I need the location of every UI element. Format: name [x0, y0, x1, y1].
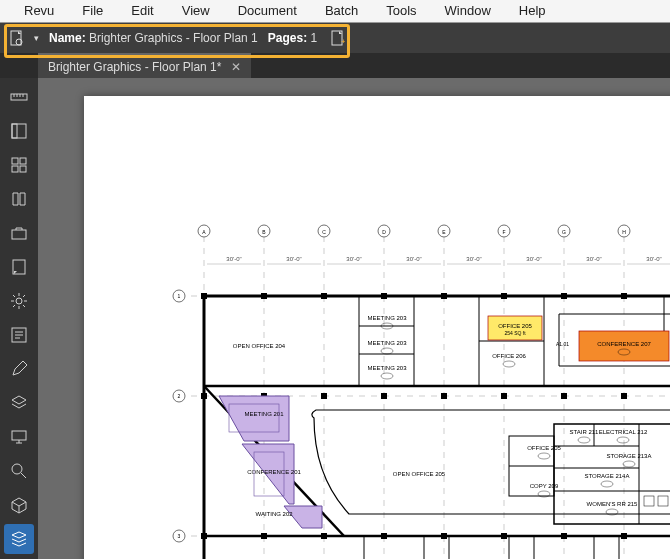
svg-rect-78 [261, 533, 267, 539]
ruler-icon[interactable] [4, 82, 34, 112]
svg-rect-84 [381, 293, 387, 299]
svg-text:+: + [341, 37, 345, 46]
svg-rect-15 [12, 431, 26, 440]
svg-text:MEETING 203: MEETING 203 [367, 315, 407, 321]
layers-icon[interactable] [4, 388, 34, 418]
svg-rect-8 [20, 158, 26, 164]
svg-point-177 [623, 461, 635, 467]
svg-text:30'-0": 30'-0" [406, 256, 421, 262]
svg-text:OPEN OFFICE 204: OPEN OFFICE 204 [233, 343, 286, 349]
tabbar: Brighter Graphics - Floor Plan 1* ✕ [0, 53, 670, 79]
pages-value: 1 [310, 31, 317, 45]
svg-rect-81 [321, 393, 327, 399]
name-label: Name: Brighter Graphics - Floor Plan 1 P… [49, 31, 317, 45]
svg-rect-102 [621, 533, 627, 539]
svg-text:H: H [622, 229, 626, 235]
svg-text:30'-0": 30'-0" [346, 256, 361, 262]
menu-batch[interactable]: Batch [311, 0, 372, 22]
menu-tools[interactable]: Tools [372, 0, 430, 22]
svg-point-169 [538, 453, 550, 459]
svg-text:OFFICE 206: OFFICE 206 [492, 353, 526, 359]
svg-text:30'-0": 30'-0" [226, 256, 241, 262]
svg-point-179 [601, 481, 613, 487]
svg-rect-85 [381, 393, 387, 399]
svg-text:MEETING 203: MEETING 203 [367, 340, 407, 346]
menu-file[interactable]: File [68, 0, 117, 22]
gear-icon[interactable] [4, 286, 34, 316]
floor-plan: AB30'-0"C30'-0"D30'-0"E30'-0"F30'-0"G30'… [84, 96, 670, 559]
svg-text:1: 1 [178, 293, 181, 299]
svg-point-175 [617, 437, 629, 443]
document-tab[interactable]: Brighter Graphics - Floor Plan 1* ✕ [38, 53, 251, 79]
svg-rect-7 [12, 158, 18, 164]
close-icon[interactable]: ✕ [231, 60, 241, 74]
svg-rect-89 [441, 393, 447, 399]
svg-point-173 [578, 437, 590, 443]
svg-rect-86 [381, 533, 387, 539]
svg-text:30'-0": 30'-0" [526, 256, 541, 262]
svg-text:CONFERENCE 201: CONFERENCE 201 [247, 469, 301, 475]
svg-text:STORAGE 214A: STORAGE 214A [585, 473, 630, 479]
monitor-icon[interactable] [4, 422, 34, 452]
menu-view[interactable]: View [168, 0, 224, 22]
pencil-icon[interactable] [4, 354, 34, 384]
list-icon[interactable] [4, 320, 34, 350]
svg-text:3: 3 [178, 533, 181, 539]
svg-text:G: G [562, 229, 566, 235]
form-icon[interactable] [4, 252, 34, 282]
svg-rect-74 [201, 533, 207, 539]
name-value: Brighter Graphics - Floor Plan 1 [89, 31, 258, 45]
search-icon[interactable] [4, 456, 34, 486]
new-page-icon[interactable]: + [327, 27, 349, 49]
svg-rect-98 [561, 533, 567, 539]
menu-document[interactable]: Document [224, 0, 311, 22]
grid-icon[interactable] [4, 150, 34, 180]
toolbox-icon[interactable] [4, 218, 34, 248]
svg-rect-132 [644, 496, 654, 506]
panel-icon[interactable] [4, 116, 34, 146]
svg-text:30'-0": 30'-0" [286, 256, 301, 262]
svg-rect-5 [12, 124, 26, 138]
svg-text:OFFICE 205: OFFICE 205 [498, 323, 532, 329]
svg-rect-94 [501, 533, 507, 539]
svg-point-159 [503, 361, 515, 367]
svg-text:WOMEN'S RR 215: WOMEN'S RR 215 [587, 501, 638, 507]
menu-revu[interactable]: Revu [10, 0, 68, 22]
svg-text:OPEN OFFICE 205: OPEN OFFICE 205 [393, 471, 446, 477]
svg-rect-10 [20, 166, 26, 172]
svg-rect-73 [201, 393, 207, 399]
svg-rect-4 [11, 94, 27, 100]
svg-text:254 SQ ft: 254 SQ ft [504, 330, 526, 336]
svg-text:30'-0": 30'-0" [586, 256, 601, 262]
book-icon[interactable] [4, 184, 34, 214]
svg-rect-133 [658, 496, 668, 506]
svg-text:30'-0": 30'-0" [466, 256, 481, 262]
svg-text:OFFICE 205: OFFICE 205 [527, 445, 561, 451]
svg-point-16 [12, 464, 22, 474]
svg-rect-11 [12, 230, 26, 239]
document-icon[interactable] [6, 27, 28, 49]
menu-window[interactable]: Window [431, 0, 505, 22]
svg-text:STORAGE 213A: STORAGE 213A [607, 453, 652, 459]
canvas[interactable]: AB30'-0"C30'-0"D30'-0"E30'-0"F30'-0"G30'… [38, 78, 670, 559]
box-icon[interactable] [4, 490, 34, 520]
svg-rect-93 [501, 393, 507, 399]
svg-rect-9 [12, 166, 18, 172]
svg-text:WAITING 202: WAITING 202 [255, 511, 293, 517]
svg-text:CONFERENCE 207: CONFERENCE 207 [597, 341, 651, 347]
svg-text:2: 2 [178, 393, 181, 399]
stack-icon[interactable] [4, 524, 34, 554]
svg-text:D: D [382, 229, 386, 235]
svg-rect-97 [561, 393, 567, 399]
svg-rect-100 [621, 293, 627, 299]
infobar: ▾ Name: Brighter Graphics - Floor Plan 1… [0, 23, 670, 53]
svg-point-13 [16, 298, 22, 304]
menu-edit[interactable]: Edit [117, 0, 167, 22]
page[interactable]: AB30'-0"C30'-0"D30'-0"E30'-0"F30'-0"G30'… [84, 96, 670, 559]
svg-text:A1.01: A1.01 [556, 341, 569, 347]
svg-text:ELECTRICAL 212: ELECTRICAL 212 [599, 429, 648, 435]
dropdown-chevron-icon[interactable]: ▾ [34, 33, 39, 43]
menu-help[interactable]: Help [505, 0, 560, 22]
svg-point-154 [381, 373, 393, 379]
svg-text:MEETING 201: MEETING 201 [244, 411, 284, 417]
